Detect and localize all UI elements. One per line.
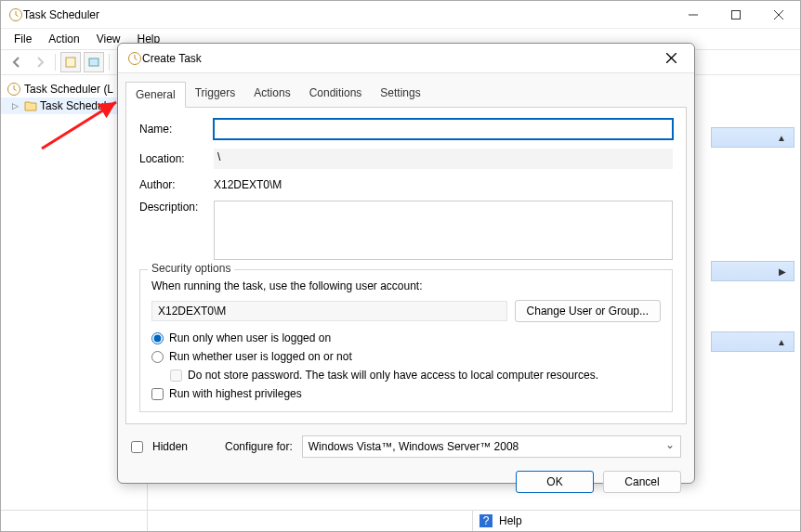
accordion-header-1[interactable]: ▲ bbox=[711, 127, 794, 148]
help-icon: ? bbox=[479, 513, 493, 528]
author-value: X12DEXT0\M bbox=[214, 178, 282, 191]
hidden-label: Hidden bbox=[152, 440, 188, 453]
radio-logged-or-not[interactable] bbox=[151, 351, 164, 363]
radio-logged-or-not-label: Run whether user is logged on or not bbox=[169, 350, 352, 363]
checkbox-highest-label: Run with highest privileges bbox=[169, 387, 302, 400]
create-task-dialog: Create Task General Triggers Actions Con… bbox=[117, 43, 695, 484]
radio-logged-on[interactable] bbox=[151, 332, 164, 344]
ok-button[interactable]: OK bbox=[516, 471, 594, 493]
configure-for-select[interactable]: Windows Vista™, Windows Server™ 2008 bbox=[302, 435, 681, 458]
change-user-button[interactable]: Change User or Group... bbox=[515, 300, 661, 322]
tree-child-label: Task Schedule bbox=[40, 99, 112, 112]
name-input[interactable] bbox=[214, 119, 673, 139]
dialog-actions: OK Cancel bbox=[118, 458, 694, 506]
checkbox-no-store-password bbox=[170, 370, 182, 382]
tab-settings[interactable]: Settings bbox=[371, 81, 429, 107]
checkbox-highest-privileges[interactable] bbox=[151, 388, 164, 400]
toolbar-btn-1[interactable] bbox=[60, 52, 81, 72]
window-title: Task Scheduler bbox=[23, 8, 672, 21]
titlebar: Task Scheduler bbox=[1, 1, 800, 29]
clock-icon bbox=[7, 82, 21, 97]
status-split bbox=[148, 511, 473, 531]
security-legend: Security options bbox=[148, 262, 234, 275]
window-controls bbox=[672, 1, 800, 29]
forward-button[interactable] bbox=[30, 52, 50, 72]
configure-for-label: Configure for: bbox=[225, 440, 293, 453]
location-label: Location: bbox=[139, 152, 214, 165]
tab-triggers[interactable]: Triggers bbox=[186, 81, 245, 107]
accordion-header-2[interactable]: ▶ bbox=[711, 261, 794, 281]
minimize-button[interactable] bbox=[672, 1, 715, 29]
tab-conditions[interactable]: Conditions bbox=[300, 81, 372, 107]
menu-action[interactable]: Action bbox=[41, 31, 86, 47]
dialog-close-button[interactable] bbox=[657, 53, 685, 63]
svg-rect-1 bbox=[732, 10, 741, 19]
tab-actions[interactable]: Actions bbox=[244, 81, 299, 107]
tab-panel-general: Name: Location: \ Author: X12DEXT0\M Des… bbox=[125, 107, 687, 424]
svg-rect-3 bbox=[89, 58, 98, 66]
radio-logged-on-label: Run only when user is logged on bbox=[169, 331, 331, 344]
name-label: Name: bbox=[139, 123, 214, 136]
toolbar-btn-2[interactable] bbox=[84, 52, 104, 72]
security-subtitle: When running the task, use the following… bbox=[151, 279, 661, 292]
description-input[interactable] bbox=[214, 201, 673, 260]
maximize-button[interactable] bbox=[715, 1, 757, 29]
clock-icon bbox=[127, 51, 142, 66]
accordion-header-3[interactable]: ▲ bbox=[711, 331, 794, 352]
cancel-button[interactable]: Cancel bbox=[603, 471, 681, 493]
status-bar-left bbox=[1, 510, 148, 531]
close-button[interactable] bbox=[757, 1, 800, 29]
tab-general[interactable]: General bbox=[125, 82, 186, 108]
account-value: X12DEXT0\M bbox=[151, 301, 507, 321]
security-options-fieldset: Security options When running the task, … bbox=[139, 269, 673, 412]
help-segment[interactable]: ? Help bbox=[473, 513, 522, 528]
checkbox-no-store-label: Do not store password. The task will onl… bbox=[188, 369, 598, 382]
toolbar-separator bbox=[55, 54, 56, 71]
folder-icon bbox=[24, 99, 37, 112]
checkbox-hidden[interactable] bbox=[131, 441, 143, 453]
location-value: \ bbox=[214, 149, 673, 169]
menu-file[interactable]: File bbox=[7, 31, 39, 47]
author-label: Author: bbox=[139, 178, 214, 191]
status-bar-right: ? Help bbox=[148, 510, 800, 531]
dialog-bottom-row: Hidden Configure for: Windows Vista™, Wi… bbox=[118, 424, 694, 458]
accordion-panel: ▲ ▶ ▲ bbox=[711, 127, 794, 352]
svg-text:?: ? bbox=[483, 514, 490, 527]
back-button[interactable] bbox=[7, 52, 27, 72]
dialog-title: Create Task bbox=[142, 52, 657, 65]
dialog-titlebar: Create Task bbox=[118, 44, 694, 73]
app-icon bbox=[8, 7, 23, 22]
description-label: Description: bbox=[139, 201, 214, 214]
chevron-up-icon: ▲ bbox=[777, 337, 786, 347]
help-label: Help bbox=[499, 514, 522, 527]
chevron-up-icon: ▲ bbox=[777, 133, 786, 143]
dialog-tabs: General Triggers Actions Conditions Sett… bbox=[118, 73, 694, 107]
expand-icon[interactable]: ▷ bbox=[12, 101, 21, 110]
toolbar-separator bbox=[109, 54, 110, 71]
configure-for-value: Windows Vista™, Windows Server™ 2008 bbox=[309, 440, 519, 453]
svg-rect-2 bbox=[66, 58, 75, 67]
tree-root-label: Task Scheduler (L bbox=[24, 83, 113, 96]
chevron-right-icon: ▶ bbox=[779, 266, 786, 277]
